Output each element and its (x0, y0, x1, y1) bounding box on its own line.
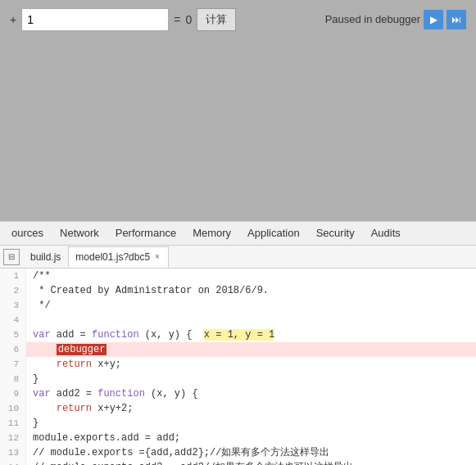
code-line-10: 10 return x+y+2; (0, 401, 476, 416)
line-num-14: 14 (0, 460, 26, 465)
line-content-6: debugger (26, 342, 476, 357)
file-tab-model-label: model01.js?dbc5 (75, 246, 150, 268)
step-over-button[interactable]: ⏭ (447, 10, 466, 29)
line-content-11: } (26, 416, 476, 431)
line-num-1: 1 (0, 269, 26, 283)
nav-icon[interactable]: ⊟ (3, 249, 20, 265)
line-num-2: 2 (0, 283, 26, 298)
line-num-11: 11 (0, 416, 26, 431)
tab-application[interactable]: Application (239, 221, 308, 246)
code-line-11: 11 } (0, 416, 476, 431)
calc-input[interactable] (21, 8, 169, 31)
line-num-3: 3 (0, 298, 26, 313)
code-line-13: 13 // module.exports ={add,add2};//如果有多个… (0, 445, 476, 460)
line-content-2: * Created by Administrator on 2018/6/9. (26, 283, 476, 298)
tab-performance[interactable]: Performance (107, 221, 184, 246)
file-tab-build-label: build.js (30, 246, 61, 268)
line-num-5: 5 (0, 327, 26, 342)
code-line-4: 4 (0, 313, 476, 327)
line-num-13: 13 (0, 445, 26, 460)
code-editor: 1 /** 2 * Created by Administrator on 20… (0, 269, 476, 465)
line-content-12: module.exports.add = add; (26, 431, 476, 445)
line-content-13: // module.exports ={add,add2};//如果有多个方法这… (26, 445, 476, 460)
tab-network[interactable]: Network (52, 221, 107, 246)
calc-button[interactable]: 计算 (197, 8, 236, 31)
file-tab-close-icon[interactable]: × (153, 246, 161, 268)
code-line-5: 5 var add = function (x, y) { x = 1, y =… (0, 327, 476, 342)
calc-result: 0 (185, 8, 192, 31)
line-num-9: 9 (0, 386, 26, 401)
resume-button[interactable]: ▶ (424, 10, 443, 29)
file-tab-model[interactable]: model01.js?dbc5 × (68, 246, 169, 268)
line-content-8: } (26, 372, 476, 386)
debugger-label: Paused in debugger (325, 8, 420, 31)
plus-label: + (10, 8, 16, 31)
line-num-6: 6 (0, 342, 26, 357)
code-line-1: 1 /** (0, 269, 476, 283)
code-line-14: 14 // module.exports.add2 = add2//如果有多个方… (0, 460, 476, 465)
file-tabs-bar: ⊟ build.js model01.js?dbc5 × (0, 246, 476, 269)
line-content-7: return x+y; (26, 357, 476, 372)
line-num-4: 4 (0, 313, 26, 327)
equals-label: = (174, 8, 180, 31)
tab-audits[interactable]: Audits (363, 221, 409, 246)
line-content-9: var add2 = function (x, y) { (26, 386, 476, 401)
devtools-tabs: ources Network Performance Memory Applic… (0, 221, 476, 246)
line-content-1: /** (26, 269, 476, 283)
line-content-5: var add = function (x, y) { x = 1, y = 1 (26, 327, 476, 342)
code-line-6: 6 debugger (0, 342, 476, 357)
code-line-3: 3 */ (0, 298, 476, 313)
code-line-7: 7 return x+y; (0, 357, 476, 372)
line-num-10: 10 (0, 401, 26, 416)
code-line-12: 12 module.exports.add = add; (0, 431, 476, 445)
tab-sources[interactable]: ources (3, 221, 52, 246)
line-num-12: 12 (0, 431, 26, 445)
line-content-14: // module.exports.add2 = add2//如果有多个方法也可… (26, 460, 476, 465)
debugger-status: Paused in debugger ▶ ⏭ (325, 8, 466, 31)
line-content-3: */ (26, 298, 476, 313)
line-num-7: 7 (0, 357, 26, 372)
tab-security[interactable]: Security (308, 221, 363, 246)
calculator-area: + = 0 计算 Paused in debugger ▶ ⏭ (0, 0, 476, 221)
code-line-8: 8 } (0, 372, 476, 386)
tab-memory[interactable]: Memory (184, 221, 239, 246)
line-content-4 (26, 313, 476, 327)
file-tab-build[interactable]: build.js (23, 246, 68, 268)
code-line-2: 2 * Created by Administrator on 2018/6/9… (0, 283, 476, 298)
line-content-10: return x+y+2; (26, 401, 476, 416)
code-line-9: 9 var add2 = function (x, y) { (0, 386, 476, 401)
line-num-8: 8 (0, 372, 26, 386)
